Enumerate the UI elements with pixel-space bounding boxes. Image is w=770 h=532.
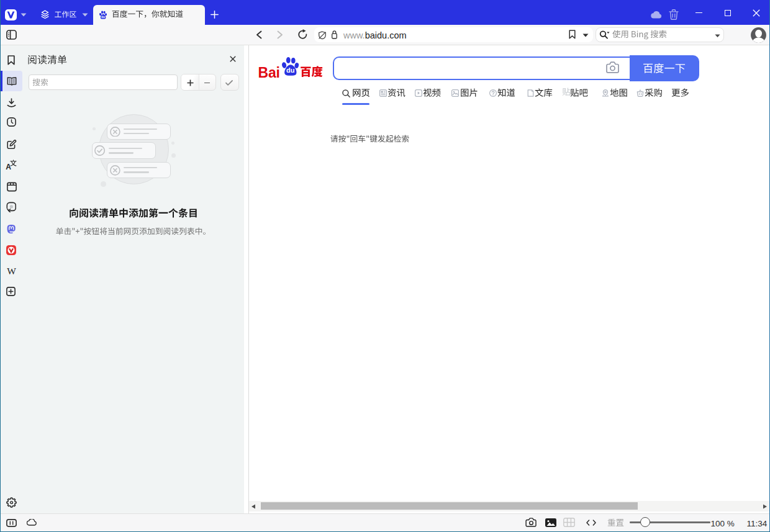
svg-text:du: du [101,15,105,18]
svg-text:du: du [286,66,294,74]
